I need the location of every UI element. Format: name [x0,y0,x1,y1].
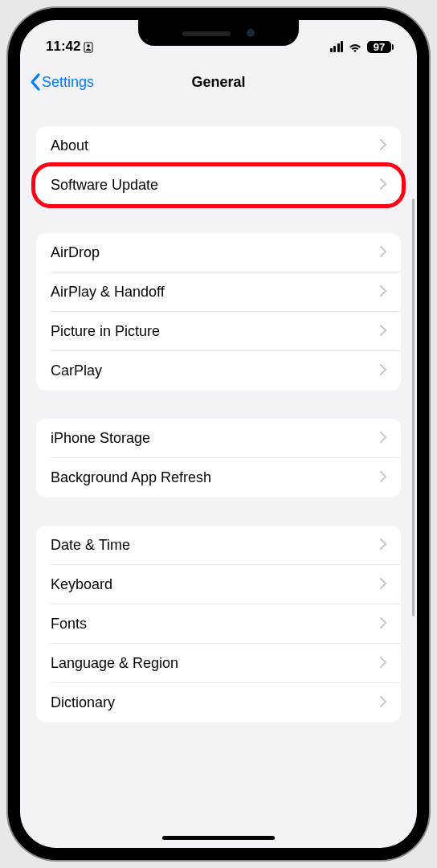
chevron-right-icon [380,696,386,710]
row-label: AirDrop [51,244,100,261]
row-label: Software Update [51,177,158,194]
wifi-icon [348,41,362,52]
status-left: 11:42 [46,39,93,55]
nav-title: General [191,74,245,91]
settings-row[interactable]: CarPlay [36,351,401,391]
row-label: Language & Region [51,655,178,672]
nav-bar: Settings General [20,62,417,102]
settings-section: iPhone StorageBackground App Refresh [36,419,401,497]
chevron-right-icon [380,657,386,671]
row-label: Dictionary [51,694,115,711]
battery-icon: 97 [367,41,391,53]
back-button[interactable]: Settings [30,72,94,92]
row-label: Fonts [51,616,87,633]
notch [138,20,299,46]
chevron-right-icon [380,617,386,632]
svg-rect-0 [84,43,92,52]
status-time: 11:42 [46,39,80,55]
scroll-indicator[interactable] [412,199,415,616]
settings-section: Date & TimeKeyboardFontsLanguage & Regio… [36,526,401,723]
row-label: Keyboard [51,576,112,593]
cellular-icon [330,41,344,52]
row-label: Picture in Picture [51,323,160,340]
settings-row[interactable]: Language & Region [36,644,401,683]
chevron-right-icon [380,538,386,553]
settings-row[interactable]: Background App Refresh [36,458,401,497]
svg-point-1 [88,44,91,47]
chevron-right-icon [380,364,386,379]
settings-row[interactable]: Software Update [36,166,401,205]
settings-row[interactable]: About [36,126,401,166]
chevron-right-icon [380,178,386,193]
screen: 11:42 97 [20,20,417,848]
person-icon [84,41,93,52]
settings-row[interactable]: Dictionary [36,683,401,723]
settings-section: AirDropAirPlay & HandoffPicture in Pictu… [36,233,401,391]
chevron-right-icon [380,285,386,300]
settings-row[interactable]: Picture in Picture [36,312,401,351]
row-label: iPhone Storage [51,430,150,447]
row-label: CarPlay [51,362,102,379]
chevron-right-icon [380,139,386,154]
row-label: About [51,137,88,154]
status-right: 97 [330,41,392,53]
settings-row[interactable]: Fonts [36,604,401,644]
row-label: AirPlay & Handoff [51,284,165,301]
phone-frame: 11:42 97 [8,8,429,860]
chevron-right-icon [380,578,386,592]
chevron-back-icon [30,72,41,92]
chevron-right-icon [380,471,386,485]
chevron-right-icon [380,246,386,260]
content[interactable]: AboutSoftware UpdateAirDropAirPlay & Han… [20,102,417,848]
settings-section: AboutSoftware Update [36,126,401,205]
chevron-right-icon [380,432,386,446]
settings-row[interactable]: Keyboard [36,565,401,604]
battery-percent: 97 [374,41,385,53]
back-label: Settings [42,74,94,91]
chevron-right-icon [380,325,386,339]
settings-row[interactable]: Date & Time [36,526,401,565]
home-indicator[interactable] [162,836,275,840]
settings-row[interactable]: AirDrop [36,233,401,272]
settings-row[interactable]: iPhone Storage [36,419,401,458]
settings-row[interactable]: AirPlay & Handoff [36,272,401,312]
row-label: Background App Refresh [51,469,211,486]
row-label: Date & Time [51,537,130,554]
